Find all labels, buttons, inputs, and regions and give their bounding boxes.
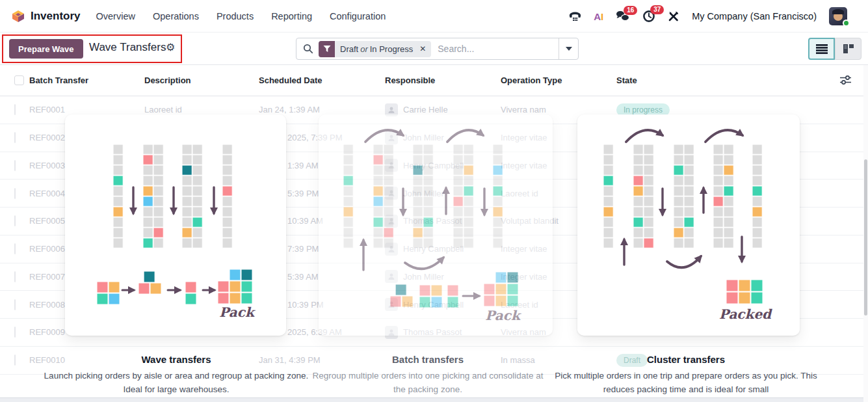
filter-facet-label: DraftorIn Progress	[335, 44, 418, 54]
search-input[interactable]	[438, 44, 559, 54]
ai-icon[interactable]: AI	[594, 11, 603, 22]
batch-transfers-description: Regroup multiple orders into one picking…	[308, 369, 548, 397]
row-checkbox[interactable]	[14, 188, 16, 199]
chevron-down-icon	[566, 47, 572, 51]
batch-transfers-caption: Batch transfers Regroup multiple orders …	[308, 354, 548, 397]
row-checkbox-cell	[0, 161, 29, 170]
cluster-transfers-card: Packed	[577, 114, 800, 336]
control-panel: Prepare Wave Wave Transfers ⚙ DraftorIn …	[0, 33, 868, 65]
batch-transfers-card: Pack	[319, 114, 553, 336]
row-checkbox[interactable]	[14, 327, 16, 338]
app-name: Inventory	[31, 10, 81, 23]
filter-funnel-icon	[319, 41, 335, 57]
messages-icon[interactable]: 16	[616, 10, 630, 22]
col-operation-type[interactable]: Operation Type	[501, 75, 616, 85]
row-checkbox-cell	[0, 216, 29, 226]
col-state[interactable]: State	[616, 75, 868, 85]
activities-count-badge: 37	[650, 5, 664, 14]
optional-columns-icon[interactable]	[840, 75, 851, 87]
batch-transfers-title: Batch transfers	[308, 354, 548, 365]
cluster-transfers-illustration: Packed	[577, 112, 800, 336]
scrollbar-thumb[interactable]	[864, 159, 867, 315]
svg-text:Packed: Packed	[719, 306, 772, 322]
list-view-icon	[816, 44, 828, 54]
row-checkbox-cell	[0, 355, 29, 365]
view-switcher	[808, 38, 861, 60]
app-switcher[interactable]: Inventory	[12, 10, 81, 23]
row-checkbox[interactable]	[14, 243, 16, 254]
batch-transfers-illustration: Pack	[319, 112, 553, 336]
company-selector[interactable]: My Company (San Francisco)	[692, 11, 817, 21]
search-icon	[303, 44, 313, 54]
menu-operations[interactable]: Operations	[153, 11, 199, 21]
row-checkbox-cell	[0, 327, 29, 337]
wave-transfers-illustration: Pack	[65, 112, 286, 336]
row-checkbox-cell	[0, 189, 29, 198]
menu-reporting[interactable]: Reporting	[271, 11, 312, 21]
activities-clock-icon[interactable]: 37	[642, 10, 655, 23]
row-checkbox[interactable]	[14, 160, 16, 171]
table-header: Batch Transfer Description Scheduled Dat…	[0, 65, 868, 96]
messages-count-badge: 16	[624, 6, 637, 15]
inventory-app-page: Inventory Overview Operations Products R…	[0, 0, 868, 402]
row-checkbox[interactable]	[14, 299, 16, 310]
row-checkbox-cell	[0, 133, 29, 142]
row-checkbox[interactable]	[14, 215, 16, 226]
search-bar: DraftorIn Progress ✕	[296, 38, 579, 60]
wave-transfers-description: Launch picking orders by aisle or area a…	[40, 369, 313, 397]
row-checkbox[interactable]	[14, 104, 16, 115]
app-header: Inventory Overview Operations Products R…	[0, 0, 868, 33]
col-description[interactable]: Description	[144, 75, 259, 85]
bottom-edge-strip	[0, 397, 868, 402]
kanban-view-button[interactable]	[835, 38, 861, 60]
search-dropdown-toggle[interactable]	[559, 38, 578, 59]
gear-icon[interactable]: ⚙	[166, 41, 175, 53]
page-title: Wave Transfers	[89, 41, 166, 54]
facet-joiner: or	[358, 44, 370, 54]
list-view-button[interactable]	[808, 38, 835, 60]
facet-remove-icon[interactable]: ✕	[418, 44, 431, 53]
col-batch-transfer[interactable]: Batch Transfer	[29, 75, 144, 85]
support-tools-icon[interactable]	[668, 10, 679, 22]
cluster-transfers-title: Cluster transfers	[549, 354, 822, 365]
col-responsible[interactable]: Responsible	[385, 75, 501, 85]
wave-transfers-card: Pack	[65, 114, 286, 336]
row-checkbox-cell	[0, 105, 29, 114]
menu-overview[interactable]: Overview	[96, 11, 135, 21]
col-scheduled-date[interactable]: Scheduled Date	[259, 75, 385, 85]
systray: AI 16 37	[569, 0, 859, 33]
prepare-wave-button[interactable]: Prepare Wave	[9, 39, 83, 59]
menu-configuration[interactable]: Configuration	[330, 11, 386, 21]
select-all-checkbox[interactable]	[14, 75, 24, 85]
menu-products[interactable]: Products	[217, 11, 254, 21]
row-checkbox-cell	[0, 300, 29, 310]
online-status-dot	[843, 20, 850, 27]
cluster-transfers-description: Pick multiple orders in one trip and pre…	[549, 369, 822, 397]
inventory-app-icon	[12, 10, 25, 23]
wave-transfers-title: Wave transfers	[40, 354, 313, 365]
filter-facet[interactable]: DraftorIn Progress ✕	[319, 41, 431, 57]
vertical-scrollbar	[863, 65, 868, 402]
svg-text:Pack: Pack	[485, 308, 521, 323]
main-menu: Overview Operations Products Reporting C…	[96, 11, 386, 21]
wave-transfers-caption: Wave transfers Launch picking orders by …	[40, 354, 313, 397]
row-checkbox[interactable]	[14, 132, 16, 143]
row-checkbox[interactable]	[14, 271, 16, 282]
row-checkbox-cell	[0, 244, 29, 254]
svg-text:Pack: Pack	[219, 304, 256, 320]
voip-phone-icon[interactable]	[569, 11, 581, 22]
row-checkbox[interactable]	[14, 355, 16, 366]
kanban-view-icon	[843, 44, 854, 54]
cluster-transfers-caption: Cluster transfers Pick multiple orders i…	[549, 354, 822, 397]
row-checkbox-cell	[0, 272, 29, 282]
avatar-hair	[832, 9, 844, 14]
